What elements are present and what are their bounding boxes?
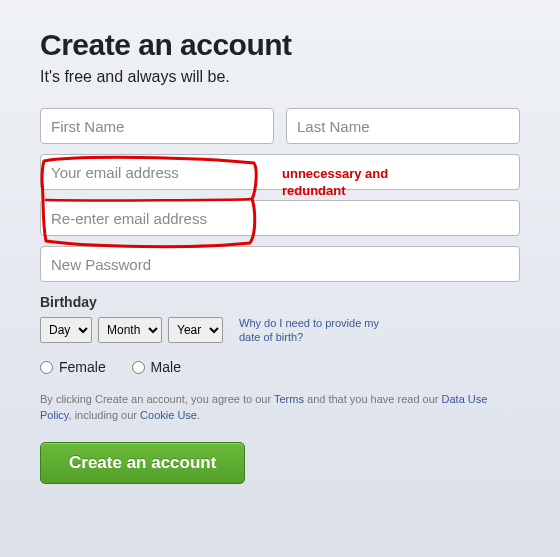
gender-female-label: Female bbox=[59, 359, 106, 375]
birthday-day-select[interactable]: Day bbox=[40, 317, 92, 343]
create-account-button[interactable]: Create an account bbox=[40, 442, 245, 484]
gender-female-radio[interactable] bbox=[40, 361, 53, 374]
birthday-why-link[interactable]: Why do I need to provide my date of birt… bbox=[239, 316, 399, 345]
birthday-label: Birthday bbox=[40, 294, 520, 310]
terms-link[interactable]: Terms bbox=[274, 393, 304, 405]
password-input[interactable] bbox=[40, 246, 520, 282]
email-input[interactable] bbox=[40, 154, 520, 190]
gender-female-option[interactable]: Female bbox=[40, 359, 110, 375]
gender-male-option[interactable]: Male bbox=[132, 359, 181, 375]
birthday-month-select[interactable]: Month bbox=[98, 317, 162, 343]
gender-male-radio[interactable] bbox=[132, 361, 145, 374]
birthday-year-select[interactable]: Year bbox=[168, 317, 223, 343]
last-name-input[interactable] bbox=[286, 108, 520, 144]
cookie-use-link[interactable]: Cookie Use bbox=[140, 409, 197, 421]
page-title: Create an account bbox=[40, 28, 520, 62]
first-name-input[interactable] bbox=[40, 108, 274, 144]
reenter-email-input[interactable] bbox=[40, 200, 520, 236]
gender-male-label: Male bbox=[151, 359, 181, 375]
page-subtitle: It's free and always will be. bbox=[40, 68, 520, 86]
legal-text: By clicking Create an account, you agree… bbox=[40, 391, 520, 424]
